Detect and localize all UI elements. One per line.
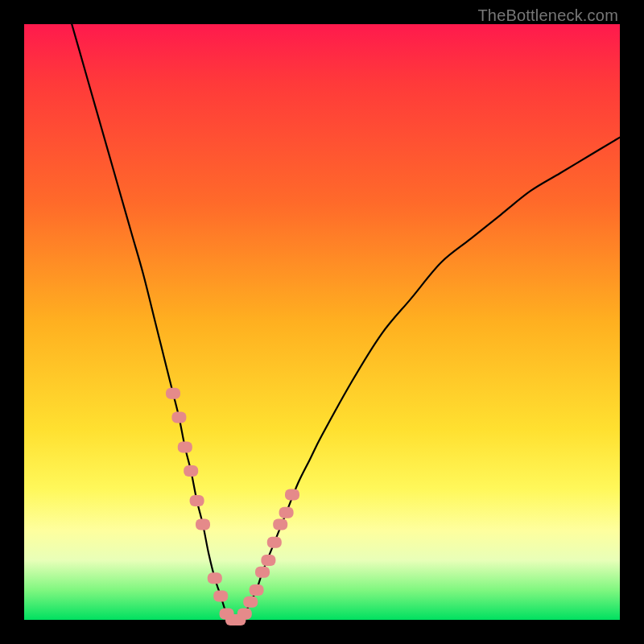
marker-dot xyxy=(208,572,222,584)
marker-dot xyxy=(196,519,210,530)
bottleneck-curve xyxy=(72,24,620,621)
marker-dot xyxy=(285,489,299,501)
plot-area xyxy=(24,24,620,620)
chart-frame: TheBottleneck.com xyxy=(0,0,644,644)
marker-dot xyxy=(267,537,282,548)
marker-dot xyxy=(171,411,186,423)
marker-dot xyxy=(279,507,294,518)
marker-dot xyxy=(213,590,228,601)
marker-dot xyxy=(237,609,252,620)
marker-dot xyxy=(243,597,258,608)
highlight-dots xyxy=(166,388,299,625)
marker-dot xyxy=(255,567,270,578)
watermark-text: TheBottleneck.com xyxy=(477,6,618,25)
marker-dot xyxy=(261,555,275,566)
marker-dot xyxy=(250,584,264,596)
marker-dot xyxy=(273,519,287,530)
curve-svg xyxy=(24,24,620,620)
marker-dot xyxy=(166,388,180,399)
marker-dot xyxy=(178,441,192,452)
marker-dot xyxy=(184,465,198,477)
marker-dot xyxy=(190,495,204,506)
